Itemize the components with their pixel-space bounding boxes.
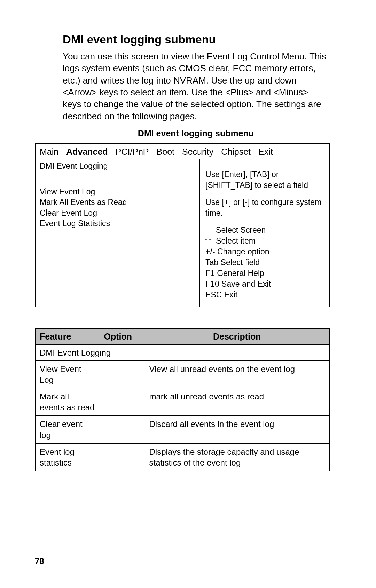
cell-feature: Clear event log — [35, 416, 100, 443]
header-description: Description — [145, 328, 329, 345]
cell-feature: View Event Log — [35, 360, 100, 388]
arrow-ud-icon: ˘ ˘ — [205, 239, 216, 244]
hint-f1: F1 General Help — [205, 268, 324, 279]
hint-f10: F10 Save and Exit — [205, 279, 324, 289]
table-subhead: DMI Event Logging — [35, 345, 329, 360]
table-row: Event log statistics Displays the storag… — [35, 443, 329, 471]
table-header-row: Feature Option Description — [35, 328, 329, 345]
bios-item-clear-event-log[interactable]: Clear Event Log — [40, 208, 195, 218]
cell-description: View all unread events on the event log — [145, 360, 329, 388]
hint-plusminus: +/- Change option — [205, 246, 324, 257]
document-page: DMI event logging submenu You can use th… — [0, 0, 376, 588]
hint-arrow-lr: ˘ ˘Select Screen — [205, 225, 324, 236]
cell-description: mark all unread events as read — [145, 388, 329, 415]
bios-screen-box: Main Advanced PCI/PnP Boot Security Chip… — [35, 143, 330, 308]
bios-box-caption: DMI event logging submenu — [63, 128, 329, 138]
bios-item-list: View Event Log Mark All Events as Read C… — [36, 173, 199, 302]
bios-help-pane: Use [Enter], [TAB] or [SHIFT_TAB] to sel… — [200, 159, 329, 307]
bios-tab-exit[interactable]: Exit — [258, 147, 273, 157]
bios-left-pane: DMI Event Logging View Event Log Mark Al… — [36, 159, 200, 307]
bios-tab-chipset[interactable]: Chipset — [221, 147, 251, 157]
cell-option — [100, 360, 145, 388]
hint-arrow-ud-label: Select item — [216, 236, 256, 245]
bios-item-view-event-log[interactable]: View Event Log — [40, 186, 195, 197]
bios-tab-bar: Main Advanced PCI/PnP Boot Security Chip… — [36, 144, 329, 159]
cell-option — [100, 443, 145, 471]
bios-body: DMI Event Logging View Event Log Mark Al… — [36, 159, 329, 307]
table-row: View Event Log View all unread events on… — [35, 360, 329, 388]
table-subhead-row: DMI Event Logging — [35, 345, 329, 360]
hint-arrow-ud: ˘ ˘Select item — [205, 236, 324, 246]
bios-section-header: DMI Event Logging — [36, 159, 199, 173]
bios-tab-advanced[interactable]: Advanced — [66, 147, 108, 157]
bios-tab-boot[interactable]: Boot — [157, 147, 174, 157]
cell-option — [100, 416, 145, 443]
cell-description: Discard all events in the event log — [145, 416, 329, 443]
intro-paragraph: You can use this screen to view the Even… — [63, 50, 329, 122]
table-row: Mark all events as read mark all unread … — [35, 388, 329, 415]
table-row: Clear event log Discard all events in th… — [35, 416, 329, 443]
bios-help-text-2: Use [+] or [-] to configure system time. — [205, 197, 324, 218]
page-title: DMI event logging submenu — [63, 33, 329, 46]
cell-feature: Event log statistics — [35, 443, 100, 471]
arrow-lr-icon: ˘ ˘ — [205, 228, 216, 233]
page-number: 78 — [35, 556, 44, 566]
bios-key-hints: ˘ ˘Select Screen ˘ ˘Select item +/- Chan… — [205, 225, 324, 300]
bios-tab-pcipnp[interactable]: PCI/PnP — [116, 147, 149, 157]
cell-description: Displays the storage capacity and usage … — [145, 443, 329, 471]
header-option: Option — [100, 328, 145, 345]
bios-item-event-log-stats[interactable]: Event Log Statistics — [40, 218, 195, 229]
bios-tab-security[interactable]: Security — [182, 147, 213, 157]
cell-option — [100, 388, 145, 415]
header-feature: Feature — [35, 328, 100, 345]
bios-item-mark-all-read[interactable]: Mark All Events as Read — [40, 197, 195, 207]
bios-tab-main[interactable]: Main — [40, 147, 58, 157]
bios-help-text-1: Use [Enter], [TAB] or [SHIFT_TAB] to sel… — [205, 169, 324, 191]
cell-feature: Mark all events as read — [35, 388, 100, 415]
hint-esc: ESC Exit — [205, 289, 324, 300]
feature-table: Feature Option Description DMI Event Log… — [35, 328, 330, 471]
hint-tab: Tab Select field — [205, 257, 324, 268]
hint-arrow-lr-label: Select Screen — [216, 225, 266, 235]
